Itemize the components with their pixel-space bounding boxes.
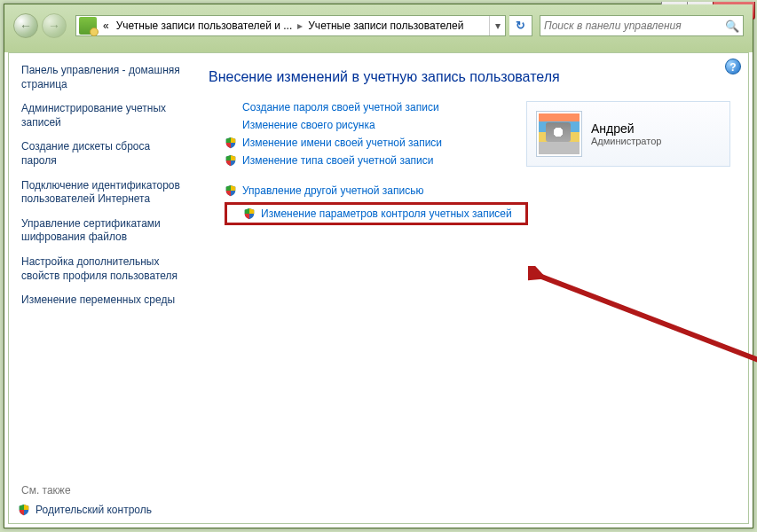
address-dropdown[interactable]: ▾: [489, 16, 505, 35]
task-link-label: Создание пароля своей учетной записи: [242, 101, 439, 113]
search-input[interactable]: [544, 20, 725, 32]
window: ▁ ▢ ✕ ← → « Учетные записи пользователей…: [4, 4, 753, 528]
back-button[interactable]: ←: [13, 13, 38, 38]
breadcrumb-sep-icon: ▸: [296, 20, 304, 32]
task-link-label: Изменение параметров контроля учетных за…: [261, 207, 512, 220]
task-manage-other[interactable]: Управление другой учетной записью: [225, 184, 730, 197]
navigation-bar: ← → « Учетные записи пользователей и ...…: [8, 10, 749, 42]
refresh-button[interactable]: ↻: [509, 15, 532, 36]
shield-icon: [225, 184, 237, 197]
user-info: Андрей Администратор: [591, 121, 661, 146]
search-icon: 🔍: [725, 20, 739, 33]
user-role: Администратор: [591, 136, 661, 146]
toolbar-area: ← → « Учетные записи пользователей и ...…: [4, 4, 753, 52]
forward-button[interactable]: →: [42, 13, 67, 38]
shield-icon: [225, 154, 237, 167]
help-icon[interactable]: ?: [725, 59, 741, 74]
shield-icon: [243, 207, 256, 220]
shield-icon: [18, 504, 30, 516]
breadcrumb-2[interactable]: Учетные записи пользователей: [304, 20, 467, 32]
breadcrumb-prefix: «: [99, 20, 113, 32]
user-avatar: [536, 111, 582, 157]
content-area: Панель управления - домашняя страница Ад…: [8, 52, 749, 524]
see-also-label: См. также: [21, 484, 182, 497]
task-link-label: Изменение своего рисунка: [242, 119, 375, 131]
breadcrumb-1[interactable]: Учетные записи пользователей и ...: [113, 20, 296, 32]
parental-control-link[interactable]: Родительский контроль: [18, 504, 182, 516]
highlighted-task: Изменение параметров контроля учетных за…: [225, 202, 528, 225]
page-title: Внесение изменений в учетную запись поль…: [209, 69, 730, 85]
annotation-arrow: [528, 266, 757, 426]
user-card[interactable]: Андрей Администратор: [526, 101, 730, 167]
parental-control-label: Родительский контроль: [35, 504, 152, 516]
task-link-label: Управление другой учетной записью: [242, 184, 423, 197]
task-link-label: Изменение типа своей учетной записи: [242, 154, 433, 167]
sidebar-link-reset-disk[interactable]: Создание дискеты сброса пароля: [21, 140, 182, 168]
main-panel: ? Внесение изменений в учетную запись по…: [191, 53, 748, 523]
sidebar-link-online-ids[interactable]: Подключение идентификаторов пользователе…: [21, 179, 182, 207]
sidebar-link-env[interactable]: Изменение переменных среды: [21, 293, 182, 308]
sidebar-link-admin[interactable]: Администрирование учетных записей: [21, 102, 182, 129]
shield-icon: [225, 137, 237, 149]
user-name: Андрей: [591, 121, 661, 136]
address-bar[interactable]: « Учетные записи пользователей и ... ▸ У…: [75, 15, 506, 36]
location-icon: [79, 17, 97, 35]
task-links-group-2: Управление другой учетной записью Измене…: [225, 184, 730, 225]
search-box[interactable]: 🔍: [540, 15, 744, 36]
sidebar-link-profile[interactable]: Настройка дополнительных свойств профиля…: [21, 255, 182, 283]
sidebar-link-certs[interactable]: Управление сертификатами шифрования файл…: [21, 217, 182, 245]
task-link-label: Изменение имени своей учетной записи: [242, 137, 442, 149]
task-uac-settings[interactable]: Изменение параметров контроля учетных за…: [243, 207, 520, 220]
sidebar: Панель управления - домашняя страница Ад…: [9, 53, 191, 523]
svg-line-0: [537, 275, 757, 408]
sidebar-home-link[interactable]: Панель управления - домашняя страница: [21, 64, 182, 91]
